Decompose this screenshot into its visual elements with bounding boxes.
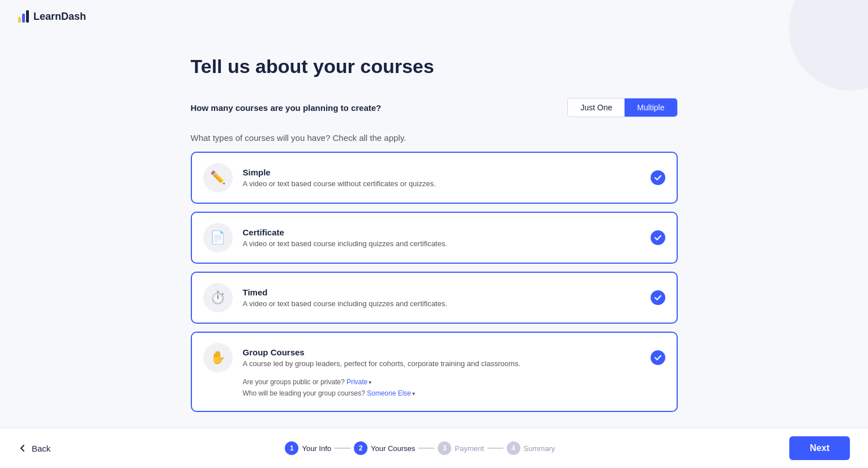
logo-bar-3 bbox=[26, 10, 29, 23]
back-arrow-icon bbox=[18, 444, 27, 453]
just-one-button[interactable]: Just One bbox=[568, 98, 625, 117]
multiple-button[interactable]: Multiple bbox=[625, 98, 677, 117]
timed-course-card[interactable]: ⏱️ Timed A video or text based course in… bbox=[191, 272, 678, 324]
logo: LearnDash bbox=[18, 10, 850, 23]
next-button[interactable]: Next bbox=[789, 436, 850, 460]
group-card-content: Group Courses A course led by group lead… bbox=[243, 347, 651, 368]
step-2-label: Your Courses bbox=[371, 444, 415, 453]
certificate-icon: 📄 bbox=[203, 223, 233, 252]
group-private-link[interactable]: Private bbox=[347, 378, 367, 386]
timed-icon: ⏱️ bbox=[203, 283, 233, 312]
page-title: Tell us about your courses bbox=[191, 55, 678, 78]
course-types-question: What types of courses will you have? Che… bbox=[191, 133, 678, 143]
step-4-label: Summary bbox=[524, 444, 555, 453]
group-leader-dropdown-arrow[interactable]: ▾ bbox=[412, 390, 415, 397]
step-divider-3 bbox=[488, 448, 503, 449]
step-1: 1 Your Info bbox=[285, 441, 331, 455]
certificate-card-desc: A video or text based course including q… bbox=[243, 239, 651, 248]
main-content: Tell us about your courses How many cour… bbox=[179, 33, 689, 468]
step-4-number: 4 bbox=[507, 441, 520, 455]
step-2-number: 2 bbox=[354, 441, 367, 455]
logo-bar-2 bbox=[22, 14, 25, 23]
timed-check-icon bbox=[654, 294, 662, 302]
step-3-label: Payment bbox=[455, 444, 484, 453]
group-leader-link[interactable]: Someone Else bbox=[367, 389, 411, 397]
group-card-check bbox=[651, 350, 665, 365]
group-card-desc: A course led by group leaders, perfect f… bbox=[243, 359, 651, 368]
footer: Back 1 Your Info 2 Your Courses 3 Paymen… bbox=[0, 428, 868, 468]
group-card-title: Group Courses bbox=[243, 347, 651, 357]
step-divider-2 bbox=[418, 448, 434, 449]
simple-check-icon bbox=[654, 174, 662, 182]
simple-icon: ✏️ bbox=[203, 163, 233, 192]
logo-text: LearnDash bbox=[33, 11, 86, 23]
certificate-check-icon bbox=[654, 234, 662, 242]
step-2: 2 Your Courses bbox=[354, 441, 415, 455]
certificate-card-check bbox=[651, 230, 665, 245]
quantity-toggle-group: Just One Multiple bbox=[567, 98, 677, 117]
step-3-number: 3 bbox=[438, 441, 451, 455]
certificate-card-title: Certificate bbox=[243, 227, 651, 237]
simple-card-check bbox=[651, 170, 665, 185]
group-leader-line: Who will be leading your group courses? … bbox=[243, 389, 665, 397]
group-check-icon bbox=[654, 354, 662, 362]
logo-bar-1 bbox=[18, 17, 21, 23]
group-course-card[interactable]: ✋ Group Courses A course led by group le… bbox=[191, 332, 678, 412]
timed-card-desc: A video or text based course including q… bbox=[243, 299, 651, 308]
group-extras: Are your groups public or private? Priva… bbox=[203, 378, 665, 401]
back-button[interactable]: Back bbox=[18, 444, 50, 453]
timed-card-title: Timed bbox=[243, 287, 651, 297]
step-divider-1 bbox=[335, 448, 350, 449]
simple-course-card[interactable]: ✏️ Simple A video or text based course w… bbox=[191, 152, 678, 204]
timed-card-content: Timed A video or text based course inclu… bbox=[243, 287, 651, 308]
certificate-card-content: Certificate A video or text based course… bbox=[243, 227, 651, 248]
logo-icon bbox=[18, 10, 29, 23]
group-card-main: ✋ Group Courses A course led by group le… bbox=[203, 343, 665, 372]
quantity-question-row: How many courses are you planning to cre… bbox=[191, 98, 678, 117]
step-4: 4 Summary bbox=[507, 441, 555, 455]
header: LearnDash bbox=[0, 0, 868, 33]
simple-card-title: Simple bbox=[243, 168, 651, 177]
stepper: 1 Your Info 2 Your Courses 3 Payment 4 S… bbox=[285, 441, 555, 455]
group-public-private-line: Are your groups public or private? Priva… bbox=[243, 378, 665, 386]
group-private-dropdown-arrow[interactable]: ▾ bbox=[369, 379, 371, 385]
step-3: 3 Payment bbox=[438, 441, 484, 455]
step-1-number: 1 bbox=[285, 441, 298, 455]
step-1-label: Your Info bbox=[302, 444, 331, 453]
simple-card-desc: A video or text based course without cer… bbox=[243, 179, 651, 188]
timed-card-check bbox=[651, 290, 665, 305]
simple-card-content: Simple A video or text based course with… bbox=[243, 168, 651, 188]
certificate-course-card[interactable]: 📄 Certificate A video or text based cour… bbox=[191, 212, 678, 264]
group-icon: ✋ bbox=[203, 343, 233, 372]
quantity-question-label: How many courses are you planning to cre… bbox=[191, 103, 382, 113]
